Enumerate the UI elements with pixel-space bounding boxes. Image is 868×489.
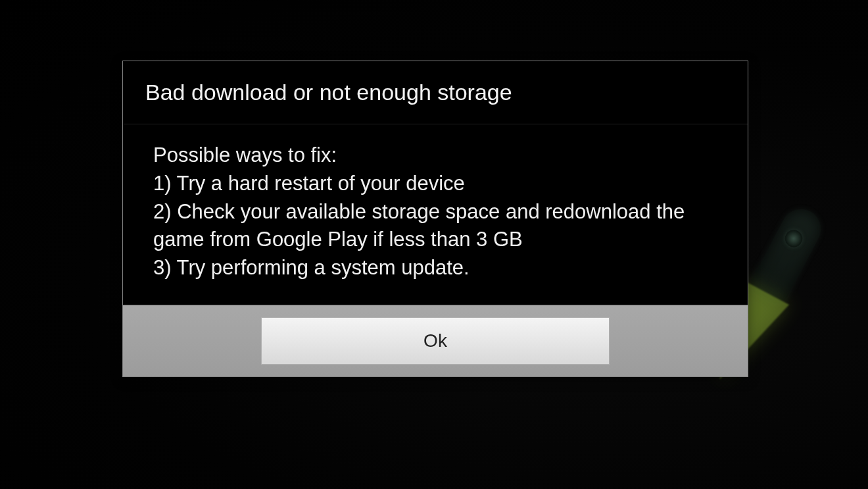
dialog-body-intro: Possible ways to fix: bbox=[153, 142, 717, 170]
dialog-body: Possible ways to fix: 1) Try a hard rest… bbox=[123, 124, 748, 305]
ok-button-label: Ok bbox=[423, 330, 447, 351]
dialog-body-line3: 3) Try performing a system update. bbox=[153, 254, 717, 282]
game-background: Bad download or not enough storage Possi… bbox=[0, 0, 868, 489]
dialog-title: Bad download or not enough storage bbox=[123, 61, 748, 124]
ok-button[interactable]: Ok bbox=[261, 317, 610, 365]
error-dialog: Bad download or not enough storage Possi… bbox=[122, 61, 748, 377]
dialog-body-line1: 1) Try a hard restart of your device bbox=[153, 170, 717, 198]
dialog-footer: Ok bbox=[123, 305, 748, 376]
dialog-body-line2: 2) Check your available storage space an… bbox=[153, 198, 717, 255]
